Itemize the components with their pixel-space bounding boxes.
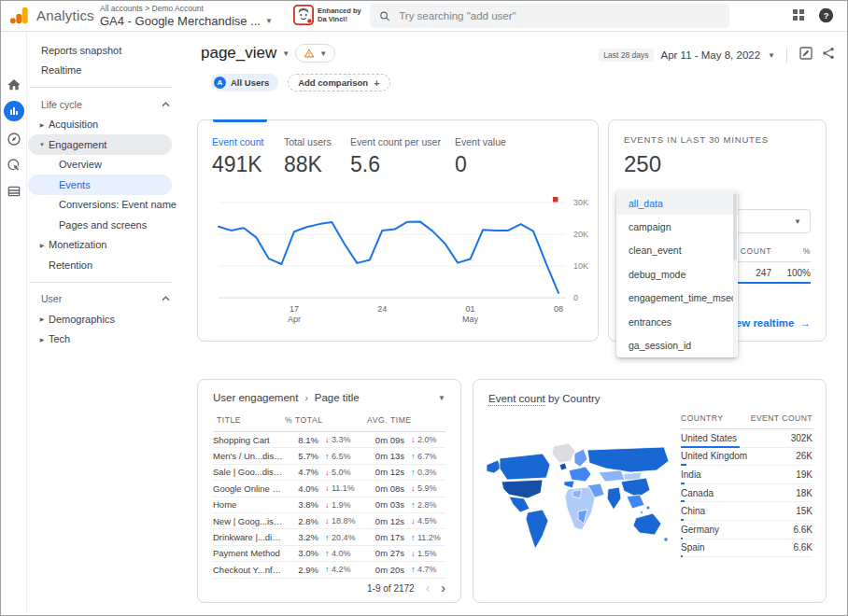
page-title-cell: Checkout Y...nformation	[213, 565, 285, 575]
sidebar-item-conversions-event-name[interactable]: Conversions: Event name	[28, 195, 183, 216]
dropdown-option-campaign[interactable]: campaign	[616, 215, 738, 238]
reports-icon[interactable]	[4, 101, 24, 121]
advertising-icon[interactable]	[7, 158, 21, 176]
date-range[interactable]: Apr 11 - May 8, 2022	[661, 49, 761, 61]
sidebar-item-events[interactable]: Events	[28, 175, 172, 195]
sidebar-item-label: Conversions: Event name	[59, 199, 177, 210]
sidebar-item-retention[interactable]: Retention	[28, 255, 183, 275]
sidebar-item-demographics[interactable]: ▶Demographics	[28, 309, 183, 329]
scrollbar-thumb[interactable]	[733, 193, 737, 260]
pct-total-cell: 3.0%	[285, 548, 318, 558]
sidebar-item-engagement[interactable]: ▼Engagement	[28, 134, 172, 155]
engagement-table-row[interactable]: Men's / Un...dise Store 5.7% ↑ 6.5% 0m 1…	[213, 448, 445, 464]
dropdown-option-engagement_time_msec[interactable]: engagement_time_msec	[616, 287, 738, 310]
help-icon[interactable]: ?	[818, 7, 834, 27]
sidebar-section-life-cycle[interactable]: Life cycle	[28, 94, 183, 115]
country-row[interactable]: United Kingdom 26K	[681, 448, 813, 467]
analytics-logo[interactable]: Analytics	[9, 5, 94, 25]
page-title-cell: Home	[213, 499, 285, 510]
engagement-table-row[interactable]: Checkout Y...nformation 2.9% ↑ 4.2% 0m 2…	[213, 562, 445, 578]
dropdown-option-ga_session_id[interactable]: ga_session_id	[616, 333, 738, 357]
sidebar-item-pages-and-screens[interactable]: Pages and screens	[28, 215, 183, 235]
user-engagement-card: User engagement › Page title ▼ TITLE % T…	[197, 379, 461, 603]
chevron-down-icon[interactable]: ▼	[282, 49, 290, 58]
country-row[interactable]: Spain 6.6K	[681, 539, 813, 558]
dropdown-option-clean_event[interactable]: clean_event	[616, 239, 738, 262]
chevron-down-icon[interactable]: ▼	[438, 394, 445, 402]
property-selector[interactable]: GA4 - Google Merchandise ... ▼	[100, 14, 273, 28]
dimension-selector[interactable]: Page title	[315, 392, 360, 403]
sidebar-item-tech[interactable]: ▶Tech	[28, 329, 183, 350]
share-icon[interactable]	[821, 46, 836, 64]
sidebar-item-realtime[interactable]: Realtime	[28, 61, 183, 81]
dropdown-option-all_data[interactable]: all_data	[616, 191, 738, 215]
sidebar-item-overview[interactable]: Overview	[28, 155, 183, 175]
events-overview-card: Event count 491K Total users 88K Event c…	[197, 119, 599, 342]
view-realtime-link[interactable]: View realtime →	[726, 317, 811, 329]
sidebar-item-monetization[interactable]: ▶Monetization	[28, 235, 183, 256]
data-quality-pill[interactable]: ▼	[295, 44, 335, 63]
next-page-icon[interactable]: ›	[441, 583, 445, 593]
apps-grid-icon[interactable]	[792, 8, 805, 25]
metric-total-users[interactable]: Total users 88K	[284, 136, 350, 177]
percent-column-header: %	[771, 246, 811, 256]
avg-time-cell: 0m 13s	[361, 451, 404, 461]
engagement-table-row[interactable]: Drinkware |...dise Store 3.2% ↑ 20.4% 0m…	[213, 529, 445, 545]
all-users-chip[interactable]: A All Users	[211, 74, 278, 91]
top-header: Analytics All accounts > Demo Account GA…	[1, 1, 847, 32]
metric-event-value[interactable]: Event value 0	[455, 136, 506, 177]
title-column-header[interactable]: TITLE	[213, 415, 285, 425]
metric-label: Total users	[284, 136, 350, 147]
country-row[interactable]: Canada 18K	[681, 484, 813, 503]
event-count-link[interactable]: Event count	[488, 393, 545, 406]
metric-event-count-per-user[interactable]: Event count per user 5.6	[350, 136, 455, 177]
engagement-table-row[interactable]: New | Goog...ise Store 2.8% ↓ 18.8% 0m 1…	[213, 513, 445, 529]
pct-total-column-header[interactable]: % TOTAL	[285, 415, 361, 425]
chevron-down-icon: ▼	[265, 17, 273, 25]
enhanced-by-badge[interactable]: Enhanced by Da Vinci!	[293, 5, 361, 25]
search-input[interactable]	[399, 10, 720, 21]
engagement-table-row[interactable]: Payment Method 3.0% ↑ 4.0% 0m 27s ↓ 1.5%	[213, 546, 445, 562]
pct-total-cell: 3.2%	[285, 532, 318, 542]
dropdown-option-entrances[interactable]: entrances	[616, 310, 738, 333]
engagement-breadcrumb-left[interactable]: User engagement	[213, 392, 298, 403]
pct-change-cell: ↑ 4.2%	[318, 565, 361, 574]
event-count-column-header[interactable]: EVENT COUNT	[751, 413, 813, 423]
sidebar-item-acquisition[interactable]: ▶Acquisition	[28, 115, 183, 135]
world-map	[481, 421, 677, 581]
event-count-by-country-card: Event count by Country	[473, 379, 827, 603]
by-country-label: by Country	[545, 393, 601, 404]
explore-icon[interactable]	[7, 132, 21, 150]
add-comparison-chip[interactable]: Add comparison +	[288, 74, 389, 91]
country-row[interactable]: China 15K	[681, 502, 813, 521]
country-column-header[interactable]: COUNTRY	[681, 413, 723, 423]
configure-icon[interactable]	[7, 184, 21, 203]
sidebar-item-label: Engagement	[49, 139, 106, 150]
engagement-table-row[interactable]: Home 3.8% ↓ 1.9% 0m 03s ↑ 2.8%	[213, 497, 445, 513]
chevron-down-icon[interactable]: ▼	[768, 51, 775, 60]
engagement-table-row[interactable]: Shopping Cart 8.1% ↓ 3.3% 0m 09s ↓ 2.0%	[213, 432, 445, 448]
edit-report-icon[interactable]	[799, 46, 813, 64]
home-icon[interactable]	[7, 77, 21, 96]
search-bar[interactable]	[370, 4, 729, 28]
svg-text:17: 17	[290, 304, 299, 314]
country-row[interactable]: India 19K	[681, 466, 813, 484]
time-change-cell: ↑ 0.3%	[404, 468, 445, 477]
avg-time-cell: 0m 20s	[361, 565, 404, 575]
add-comparison-label: Add comparison	[298, 77, 368, 88]
country-row[interactable]: United States 302K	[681, 429, 813, 448]
avg-time-column-header[interactable]: AVG. TIME	[361, 415, 445, 425]
avg-time-cell: 0m 17s	[361, 532, 404, 542]
engagement-table-row[interactable]: Sale | Goo...dise Store 4.7% ↓ 5.0% 0m 1…	[213, 465, 445, 481]
icon-rail	[1, 32, 27, 616]
metric-event-count[interactable]: Event count 491K	[212, 136, 284, 177]
prev-page-icon[interactable]: ‹	[426, 583, 431, 593]
country-count: 19K	[796, 469, 813, 480]
country-row[interactable]: Germany 6.6K	[681, 521, 813, 539]
page-title-cell: Google Online Store	[213, 483, 285, 494]
search-icon	[379, 10, 390, 22]
dropdown-option-debug_mode[interactable]: debug_mode	[616, 262, 738, 286]
engagement-table-row[interactable]: Google Online Store 4.0% ↓ 11.1% 0m 08s …	[213, 481, 445, 497]
sidebar-section-user[interactable]: User	[28, 289, 183, 310]
sidebar-item-reports-snapshot[interactable]: Reports snapshot	[28, 40, 183, 61]
